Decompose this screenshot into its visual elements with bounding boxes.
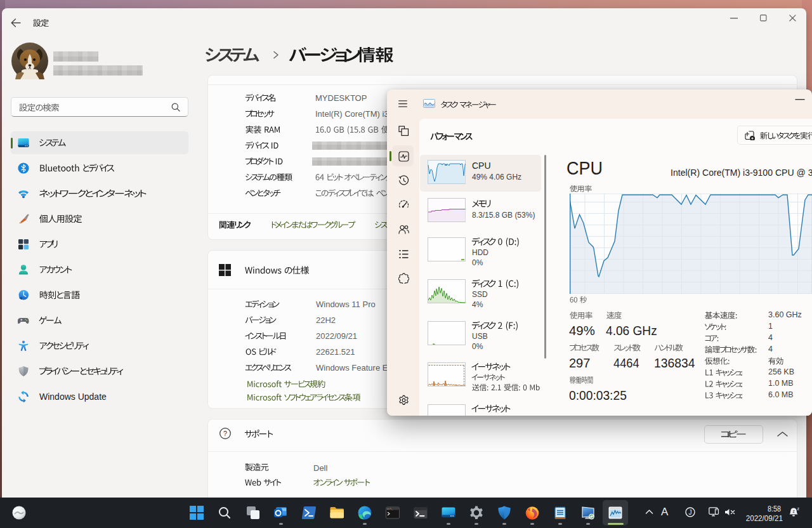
svg-text:C:\_: C:\_ (388, 508, 393, 510)
svg-text:J: J (689, 509, 692, 516)
svg-text:z: z (797, 507, 800, 511)
svg-text:z: z (793, 509, 795, 513)
